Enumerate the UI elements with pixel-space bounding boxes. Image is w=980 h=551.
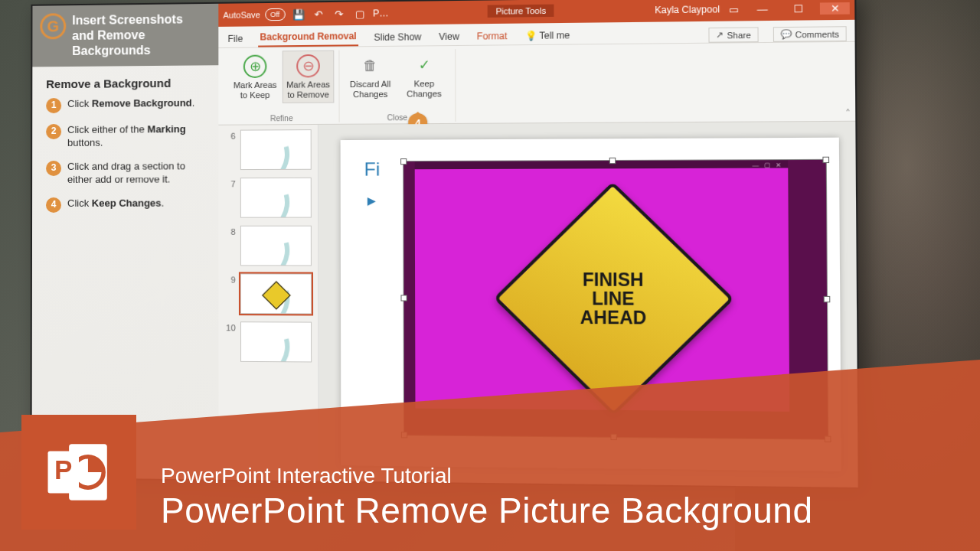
ribbon-options-icon[interactable]: ▭ xyxy=(727,2,741,17)
slide-thumbnails-panel[interactable]: 6 7 8 9 10 xyxy=(218,125,318,481)
maximize-button[interactable]: ☐ xyxy=(784,2,814,15)
undo-icon[interactable]: ↶ xyxy=(312,7,325,21)
slide: Fi ▶ — ▢ ✕ FINISHLINEAHEAD xyxy=(341,138,841,471)
ribbon-group-close: 🗑 Discard All Changes ✓ Keep Changes Clo… xyxy=(339,49,456,122)
step-text: Click and drag a section to either add o… xyxy=(67,160,204,187)
mark-areas-to-remove-button[interactable]: ⊖ Mark Areas to Remove xyxy=(283,51,335,104)
ribbon: ⊕ Mark Areas to Keep ⊖ Mark Areas to Rem… xyxy=(218,42,855,126)
sidebar-section-title: Remove a Background xyxy=(46,76,204,90)
step-number: 3 xyxy=(46,161,61,176)
brand-logo: G xyxy=(40,13,66,39)
contextual-tab-label: Picture Tools xyxy=(488,5,554,18)
keep-changes-button[interactable]: ✓ Keep Changes xyxy=(398,49,451,103)
step-number: 2 xyxy=(46,124,61,139)
step-text: Click Keep Changes. xyxy=(67,197,204,212)
slide-canvas[interactable]: Fi ▶ — ▢ ✕ FINISHLINEAHEAD xyxy=(318,122,858,487)
thumb-7[interactable] xyxy=(240,178,312,218)
tutorial-step: 1Click Remove Background. xyxy=(46,97,204,113)
sidebar-header: G Insert Screenshots and Remove Backgrou… xyxy=(32,4,218,67)
step-number: 1 xyxy=(46,98,61,113)
monitor-frame: G Insert Screenshots and Remove Backgrou… xyxy=(31,0,860,489)
group-label-close: Close xyxy=(387,112,407,122)
share-button[interactable]: ↗ Share xyxy=(709,27,759,42)
doc-name: P… xyxy=(373,8,389,18)
group-label-refine: Refine xyxy=(270,112,293,122)
user-name: Kayla Claypool xyxy=(655,4,720,15)
thumb-10[interactable] xyxy=(240,321,312,362)
trash-icon: 🗑 xyxy=(358,54,382,77)
start-slideshow-icon[interactable]: ▢ xyxy=(352,7,367,21)
tab-background-removal[interactable]: Background Removal xyxy=(258,28,358,47)
tell-me-search[interactable]: 💡 Tell me xyxy=(523,27,571,44)
tab-slideshow[interactable]: Slide Show xyxy=(372,28,423,46)
step-text: Click either of the Marking buttons. xyxy=(67,123,204,150)
tab-file[interactable]: File xyxy=(226,31,244,47)
ribbon-group-refine: ⊕ Mark Areas to Keep ⊖ Mark Areas to Rem… xyxy=(224,51,339,123)
discard-all-changes-button[interactable]: 🗑 Discard All Changes xyxy=(345,50,397,103)
thumb-6[interactable] xyxy=(240,129,312,170)
bullet-icon: ▶ xyxy=(368,194,376,207)
tab-view[interactable]: View xyxy=(437,28,461,46)
tutorial-sidebar: G Insert Screenshots and Remove Backgrou… xyxy=(32,4,219,480)
mark-areas-to-keep-button[interactable]: ⊕ Mark Areas to Keep xyxy=(230,51,281,103)
collapse-ribbon-icon[interactable]: ˄ xyxy=(845,108,851,119)
tutorial-step: 3Click and drag a section to either add … xyxy=(46,160,204,187)
selected-picture[interactable]: — ▢ ✕ FINISHLINEAHEAD xyxy=(403,160,828,439)
step-number: 4 xyxy=(46,197,61,213)
check-icon: ✓ xyxy=(412,53,436,77)
step-text: Click Remove Background. xyxy=(67,97,204,113)
sidebar-title: Insert Screenshots and Remove Background… xyxy=(72,12,183,57)
powerpoint-window: AutoSave Off 💾 ↶ ↷ ▢ P… Picture Tools Ka… xyxy=(218,0,858,487)
thumb-9[interactable] xyxy=(240,273,312,314)
autosave-toggle[interactable]: AutoSave Off xyxy=(223,8,285,21)
save-icon[interactable]: 💾 xyxy=(291,7,305,21)
minimize-button[interactable]: — xyxy=(747,3,777,15)
tutorial-step: 2Click either of the Marking buttons. xyxy=(46,123,204,150)
tutorial-step: 4Click Keep Changes. xyxy=(46,197,204,212)
comments-button[interactable]: 💬 Comments xyxy=(773,26,847,42)
tab-format[interactable]: Format xyxy=(475,28,509,45)
thumb-8[interactable] xyxy=(240,226,312,266)
redo-icon[interactable]: ↷ xyxy=(332,7,346,21)
close-button[interactable]: ✕ xyxy=(820,2,850,15)
